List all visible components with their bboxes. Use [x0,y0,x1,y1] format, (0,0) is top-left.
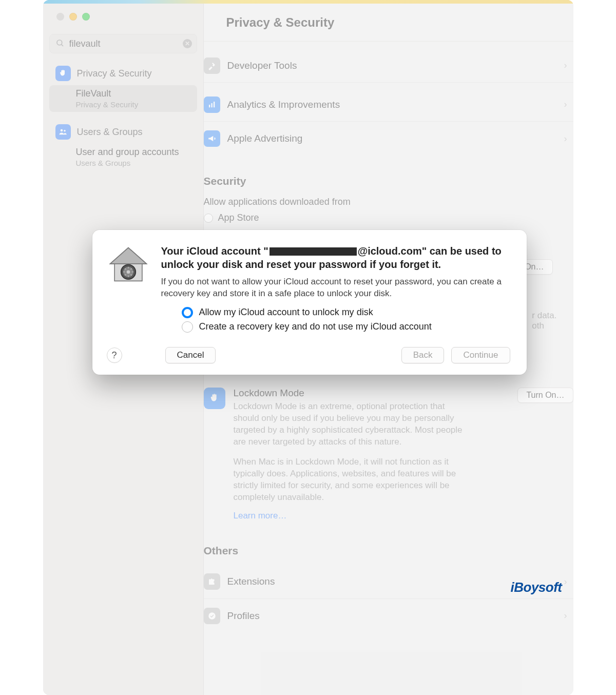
help-button[interactable]: ? [107,348,122,363]
svg-line-1 [61,44,63,46]
filevault-house-icon [107,244,150,287]
lockdown-learn-more-link[interactable]: Learn more… [234,511,287,521]
radio-label: Create a recovery key and do not use my … [199,321,432,332]
page-title: Privacy & Security [204,4,573,42]
radio-recovery-key[interactable]: Create a recovery key and do not use my … [182,321,510,333]
close-window-button[interactable] [56,13,64,21]
row-profiles[interactable]: Profiles › [204,599,573,633]
zoom-window-button[interactable] [82,13,90,21]
row-analytics[interactable]: Analytics & Improvements › [204,88,573,122]
window-controls [43,13,203,21]
cancel-button[interactable]: Cancel [165,347,216,363]
security-heading: Security [204,175,573,187]
sidebar-item-users-groups[interactable]: Users & Groups [49,121,197,143]
hand-icon [204,388,225,409]
sidebar-sub-subtitle: Privacy & Security [76,100,191,109]
row-developer-tools[interactable]: Developer Tools › [204,49,573,83]
clear-search-icon[interactable]: ✕ [183,39,192,48]
puzzle-icon [204,573,220,590]
back-button[interactable]: Back [401,347,445,363]
search-field-wrap: ✕ [49,34,197,53]
chevron-right-icon: › [564,133,567,144]
row-label: Profiles [227,610,564,622]
search-icon [55,38,65,48]
svg-point-7 [208,612,216,620]
svg-point-2 [60,129,63,132]
redacted-email [270,247,357,256]
search-input[interactable] [49,34,197,53]
sidebar-sub-title: User and group accounts [76,147,191,158]
bg-text-fragment: r data. oth [532,311,556,331]
sidebar-item-label: Privacy & Security [77,68,152,79]
lockdown-title: Lockdown Mode [234,388,505,399]
dialog-subtext: If you do not want to allow your iCloud … [161,276,510,300]
allow-apps-label: Allow applications downloaded from [204,197,573,207]
hammer-icon [204,57,220,74]
megaphone-icon [204,130,220,147]
others-heading: Others [204,545,573,557]
svg-point-0 [57,40,62,45]
radio-icon [204,214,213,223]
svg-marker-9 [110,248,146,264]
sidebar-item-label: Users & Groups [77,127,143,138]
sidebar-sub-subtitle: Users & Groups [76,159,191,167]
lockdown-desc-2: When Mac is in Lockdown Mode, it will no… [234,456,470,504]
radio-selected-icon [182,307,193,318]
radio-unselected-icon [182,321,193,333]
filevault-recovery-dialog: Your iCloud account "@icloud.com" can be… [92,230,527,375]
row-label: Apple Advertising [227,133,564,144]
minimize-window-button[interactable] [69,13,77,21]
svg-rect-6 [214,102,215,107]
chevron-right-icon: › [564,99,567,110]
continue-button[interactable]: Continue [451,347,510,363]
checkmark-badge-icon [204,608,220,624]
sidebar-sub-users[interactable]: User and group accounts Users & Groups [49,144,197,170]
radio-app-store[interactable]: App Store [204,213,573,223]
row-label: Developer Tools [227,60,564,71]
watermark-logo: iBoysoft [511,580,562,595]
svg-rect-4 [209,105,210,107]
chevron-right-icon: › [564,610,567,621]
chevron-right-icon: › [564,576,567,587]
svg-point-3 [64,130,66,132]
svg-point-12 [126,270,130,274]
dialog-heading: Your iCloud account "@icloud.com" can be… [161,244,510,271]
hand-icon [55,66,71,81]
window-frame-accent [43,0,573,4]
radio-label: App Store [218,213,259,223]
sidebar-sub-filevault[interactable]: FileVault Privacy & Security [49,85,197,112]
chart-icon [204,96,220,113]
row-advertising[interactable]: Apple Advertising › [204,122,573,156]
lockdown-turn-on-button[interactable]: Turn On… [517,388,573,403]
system-settings-window: ✕ Privacy & Security FileVault Privacy &… [43,0,573,695]
radio-label: Allow my iCloud account to unlock my dis… [199,307,373,318]
people-icon [55,124,71,140]
lockdown-desc-1: Lockdown Mode is an extreme, optional pr… [234,401,470,448]
chevron-right-icon: › [564,60,567,71]
row-label: Analytics & Improvements [227,99,564,110]
radio-allow-icloud[interactable]: Allow my iCloud account to unlock my dis… [182,307,510,318]
svg-rect-5 [211,103,212,107]
sidebar-item-privacy-security[interactable]: Privacy & Security [49,63,197,84]
sidebar-sub-title: FileVault [76,88,191,99]
